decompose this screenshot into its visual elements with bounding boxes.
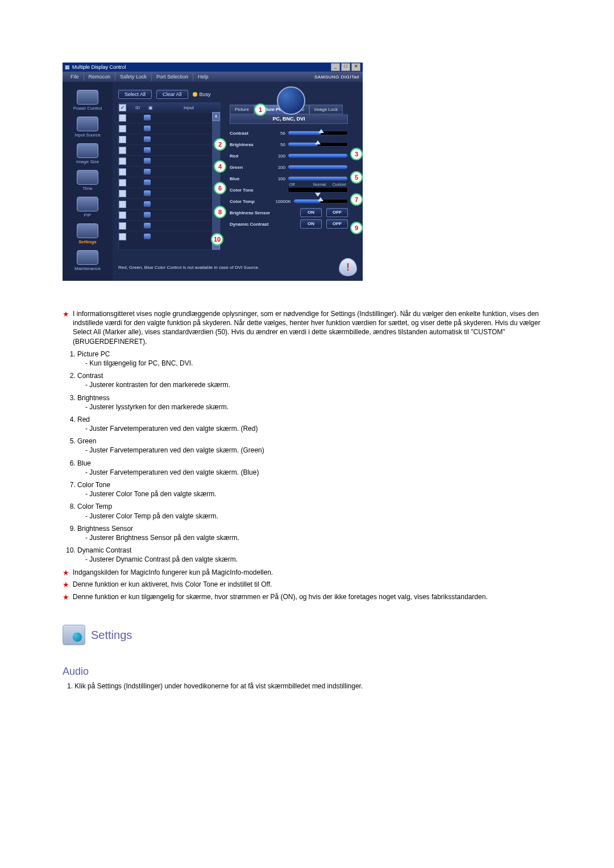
minimize-button[interactable]: _	[331, 63, 340, 71]
screenshot-window: ▦ Multiple Display Control _ □ ✕ File Re…	[63, 63, 363, 281]
row-checkbox[interactable]	[119, 168, 126, 176]
row-checkbox[interactable]	[119, 157, 126, 165]
row-checkbox[interactable]	[119, 114, 126, 122]
brand-label: SAMSUNG DIGITall	[314, 74, 363, 80]
row-checkbox[interactable]	[119, 233, 126, 240]
list-row[interactable]	[119, 112, 220, 123]
sidebar: Power Control Input Source Image Size Ti…	[63, 82, 113, 281]
intro-paragraph: I informationsgitteret vises nogle grund…	[73, 309, 551, 346]
sidebar-item-image-size[interactable]: Image Size	[67, 142, 108, 167]
scroll-up-icon[interactable]: ▲	[212, 112, 220, 121]
sidebar-item-power-control[interactable]: Power Control	[67, 89, 108, 113]
list-row[interactable]	[119, 134, 220, 144]
star-icon: ★	[63, 592, 73, 603]
header-checkbox[interactable]	[119, 104, 126, 111]
display-icon	[144, 136, 151, 142]
audio-line-1: 1. Klik på Settings (Indstillinger) unde…	[63, 682, 551, 690]
settings-panel: Picture Picture PC Audio Image Lock PC, …	[225, 88, 357, 250]
menu-remocon[interactable]: Remocon	[84, 73, 116, 81]
sidebar-item-settings[interactable]: Settings	[67, 222, 108, 247]
list-row[interactable]	[119, 209, 220, 220]
contrast-label: Contrast	[230, 131, 268, 136]
tab-image-lock[interactable]: Image Lock	[309, 105, 343, 114]
brightness-sensor-off-button[interactable]: OFF	[326, 208, 348, 217]
list-item: Blue- Juster Farvetemperaturen ved den v…	[77, 459, 551, 477]
scrollbar[interactable]: ▲ ▼	[212, 112, 220, 250]
list-row[interactable]	[119, 166, 220, 177]
section-header: Settings	[63, 625, 551, 645]
display-icon	[144, 115, 151, 121]
maximize-button[interactable]: □	[341, 63, 350, 71]
display-icon	[144, 212, 151, 218]
list-row[interactable]	[119, 123, 220, 134]
col-input: Input	[157, 105, 220, 110]
tab-picture[interactable]: Picture	[230, 105, 254, 114]
sidebar-item-time[interactable]: Time	[67, 169, 108, 193]
slider-knob-icon[interactable]	[315, 193, 321, 197]
menubar: File Remocon Safety Lock Port Selection …	[63, 72, 363, 82]
display-icon	[144, 223, 151, 229]
slider-knob-icon[interactable]	[318, 197, 323, 201]
red-slider[interactable]	[288, 153, 348, 158]
power-icon	[77, 90, 98, 105]
brightness-slider[interactable]	[288, 142, 348, 147]
menu-safety-lock[interactable]: Safety Lock	[115, 73, 152, 81]
green-slider[interactable]	[288, 165, 348, 169]
callout-9: 9	[350, 222, 363, 234]
preview-sphere-icon	[277, 86, 305, 115]
callout-8: 8	[214, 206, 226, 218]
list-row[interactable]	[119, 198, 220, 209]
clear-all-button[interactable]: Clear All	[156, 90, 188, 99]
display-icon	[144, 180, 151, 185]
list-item: Color Temp- Justerer Color Temp på den v…	[77, 502, 551, 520]
list-item: Brightness- Justerer lysstyrken for den …	[77, 393, 551, 412]
list-row[interactable]	[119, 177, 220, 188]
list-row[interactable]	[119, 188, 220, 198]
row-checkbox[interactable]	[119, 136, 126, 143]
menu-file[interactable]: File	[66, 73, 84, 81]
display-icon	[144, 169, 151, 175]
blue-slider[interactable]	[288, 176, 348, 181]
row-checkbox[interactable]	[119, 125, 126, 132]
list-row[interactable]	[119, 220, 220, 231]
star-note-1: Indgangskilden for MagicInfo fungerer ku…	[73, 568, 551, 578]
star-icon: ★	[63, 568, 73, 578]
menu-port-selection[interactable]: Port Selection	[152, 73, 193, 81]
list-row[interactable]	[119, 155, 220, 166]
dynamic-contrast-off-button[interactable]: OFF	[326, 219, 348, 229]
sidebar-item-maintenance[interactable]: Maintenance	[67, 249, 108, 273]
row-checkbox[interactable]	[119, 179, 126, 186]
menu-help[interactable]: Help	[193, 73, 213, 81]
col-id: ID	[131, 105, 144, 110]
callout-3: 3	[350, 148, 363, 160]
tone-custom-label: Custom	[333, 182, 346, 186]
row-checkbox[interactable]	[119, 211, 126, 219]
select-all-button[interactable]: Select All	[118, 90, 152, 99]
color-temp-slider[interactable]	[293, 199, 348, 203]
slider-knob-icon[interactable]	[315, 140, 321, 144]
section-title: Settings	[91, 629, 132, 642]
callout-2: 2	[214, 138, 226, 151]
contrast-value: 56	[268, 131, 288, 136]
settings-icon	[77, 223, 98, 238]
close-button[interactable]: ✕	[351, 63, 360, 71]
list-row[interactable]	[119, 144, 220, 155]
callout-7: 7	[350, 193, 363, 206]
row-checkbox[interactable]	[119, 190, 126, 197]
callout-1: 1	[254, 103, 267, 116]
pip-icon	[77, 197, 98, 211]
brightness-label: Brightness	[230, 142, 268, 147]
list-row[interactable]	[119, 231, 220, 242]
color-tone-slider[interactable]: Off Normal Custom	[288, 187, 348, 193]
tone-off-label: Off	[289, 182, 294, 186]
row-checkbox[interactable]	[119, 222, 126, 230]
dynamic-contrast-on-button[interactable]: ON	[300, 219, 322, 229]
contrast-slider[interactable]	[288, 131, 348, 135]
sidebar-item-input-source[interactable]: Input Source	[67, 115, 108, 140]
time-icon	[77, 170, 98, 185]
slider-knob-icon[interactable]	[318, 129, 324, 133]
brightness-sensor-on-button[interactable]: ON	[300, 208, 322, 217]
row-checkbox[interactable]	[119, 201, 126, 208]
row-checkbox[interactable]	[119, 147, 126, 154]
sidebar-item-pip[interactable]: PIP	[67, 196, 108, 220]
